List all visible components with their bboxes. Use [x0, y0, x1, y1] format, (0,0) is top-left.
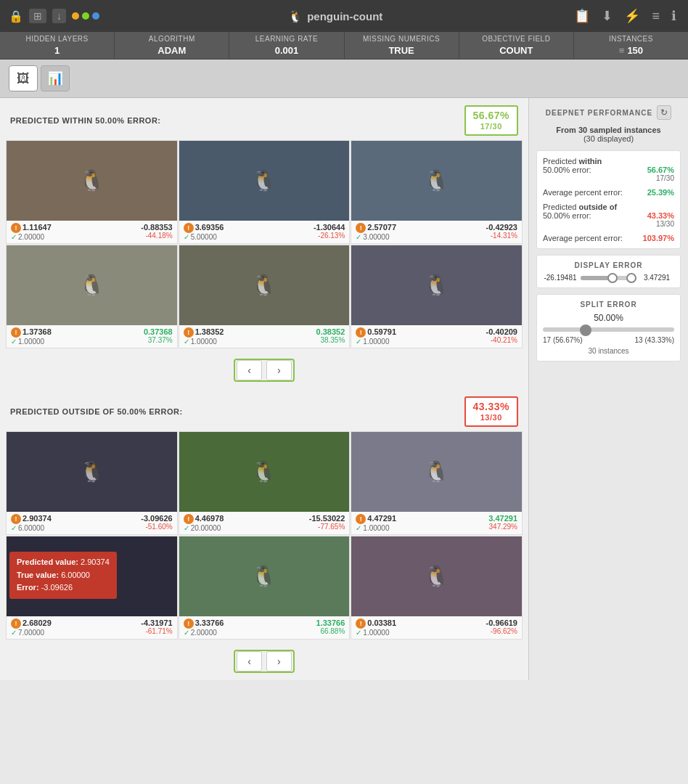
tab-chart[interactable]: 📊 [41, 65, 70, 91]
within-image-3: 🐧 !2.57077 ✓3.00000 -0.42923 -14.31% [351, 140, 523, 244]
tooltip-error-label: Error: -3.09626 [17, 583, 73, 592]
top-bar-right[interactable]: 📋 ⬇ ⚡ ≡ ℹ [571, 7, 679, 25]
within-image-6-thumb: 🐧 [351, 245, 522, 325]
clipboard-icon[interactable]: 📋 [571, 7, 593, 25]
outside-prev-btn[interactable]: ‹ [237, 651, 262, 671]
within-image-4-thumb: 🐧 [7, 245, 177, 325]
instances-icon: ≡ [619, 45, 625, 56]
nav-icon-1[interactable]: ⊞ [29, 9, 46, 23]
within-image-2: 🐧 !3.69356 ✓5.00000 -1.30644 -26.13% [179, 140, 351, 244]
lock-icon: 🔒 [9, 9, 23, 23]
within-image-1-thumb: 🐧 [7, 141, 177, 221]
within-badge: 56.67% 17/30 [464, 105, 518, 136]
nav-icon-2[interactable]: ↓ [52, 9, 66, 23]
download-icon[interactable]: ⬇ [599, 7, 615, 25]
top-bar-center: 🐧 penguin-count [288, 9, 382, 23]
status-dots [72, 12, 99, 20]
slider-max-val: 3.47291 [639, 274, 674, 282]
within-prev-btn[interactable]: ‹ [237, 360, 262, 380]
outside-image-2-footer: !4.46978 ✓20.00000 -15.53022 -77.65% [179, 512, 350, 534]
param-instances: INSTANCES ≡ 150 [574, 32, 688, 59]
display-error-section: DISPLAY ERROR -26.19481 3.47291 [536, 255, 681, 288]
right-panel-title: DEEPNET PERFORMANCE ↻ [536, 105, 681, 120]
outside-image-2: 🐧 !4.46978 ✓20.00000 -15.53022 -77.65% [179, 431, 351, 535]
view-tabs: 🖼 📊 [0, 60, 688, 98]
within-image-3-thumb: 🐧 [351, 141, 522, 221]
param-learning-rate: LEARNING RATE 0.001 [229, 32, 344, 59]
outside-image-5: 🐧 !3.33766 ✓2.00000 1.33766 66.88% [179, 536, 351, 640]
flash-icon[interactable]: ⚡ [621, 7, 643, 25]
top-bar-left: 🔒 ⊞ ↓ [9, 9, 99, 23]
param-objective-field: OBJECTIVE FIELD COUNT [459, 32, 574, 59]
refresh-button[interactable]: ↻ [657, 105, 671, 120]
outside-image-4-footer: !2.68029 ✓7.00000 -4.31971 -61.71% [7, 616, 177, 639]
outside-image-grid: 🐧 !2.90374 ✓6.00000 -3.09626 -51.60% 🐧 [0, 431, 528, 645]
tab-image[interactable]: 🖼 [9, 65, 38, 91]
app-icon: 🐧 [288, 9, 303, 23]
outside-section-label: PREDICTED OUTSIDE OF 50.00% ERROR: [10, 407, 183, 416]
outside-image-3: 🐧 !4.47291 ✓1.00000 3.47291 347.29% [351, 431, 523, 535]
warn-icon-12: ! [356, 618, 366, 629]
sampled-info: From 30 sampled instances (30 displayed) [536, 126, 681, 143]
dot-blue [92, 12, 99, 20]
warn-icon-2: ! [184, 223, 194, 233]
dot-green [82, 12, 89, 20]
outside-image-4: 🐧 Predicted value: 2.90374 True value: 6… [6, 536, 178, 640]
outside-image-5-thumb: 🐧 [179, 536, 350, 616]
outside-image-1-footer: !2.90374 ✓6.00000 -3.09626 -51.60% [7, 512, 177, 534]
warn-icon-3: ! [356, 223, 366, 233]
warn-icon-9: ! [356, 514, 366, 524]
warn-icon-10: ! [11, 618, 21, 629]
within-stat-row: Predicted within50.00% error: 56.67% 17/… [543, 157, 674, 182]
warn-icon-4: ! [11, 327, 21, 338]
split-error-slider[interactable] [543, 327, 674, 332]
within-section-label: PREDICTED WITHIN 50.00% ERROR: [10, 116, 161, 125]
tooltip-pred-label: Predicted value: 2.90374 [17, 558, 110, 566]
warn-icon-6: ! [356, 327, 366, 338]
outside-image-1: 🐧 !2.90374 ✓6.00000 -3.09626 -51.60% [6, 431, 178, 535]
outside-pagination: ‹ › [0, 645, 528, 680]
avg-error-within-row: Average percent error: 25.39% [543, 188, 674, 197]
outside-image-2-thumb: 🐧 [179, 432, 350, 512]
within-next-btn[interactable]: › [266, 360, 292, 380]
params-bar: HIDDEN LAYERS 1 ALGORITHM ADAM LEARNING … [0, 32, 688, 60]
outside-badge: 43.33% 13/30 [464, 396, 518, 427]
outside-image-3-thumb: 🐧 [351, 432, 522, 512]
warn-icon-1: ! [11, 223, 21, 233]
within-image-1: 🐧 !1.11647 ✓2.00000 -0.88353 -44.18% [6, 140, 178, 244]
outside-image-6: 🐧 !0.03381 ✓1.00000 -0.96619 -96.62% [351, 536, 523, 640]
display-error-slider[interactable] [581, 276, 636, 280]
within-image-6: 🐧 !0.59791 ✓1.00000 -0.40209 -40.21% [351, 245, 523, 348]
performance-stats: Predicted within50.00% error: 56.67% 17/… [536, 150, 681, 249]
within-image-3-footer: !2.57077 ✓3.00000 -0.42923 -14.31% [351, 221, 522, 243]
within-image-grid: 🐧 !1.11647 ✓2.00000 -0.88353 -44.18% 🐧 [0, 140, 528, 354]
warn-icon-5: ! [184, 327, 194, 338]
outside-image-6-thumb: 🐧 [351, 536, 522, 616]
outside-image-3-footer: !4.47291 ✓1.00000 3.47291 347.29% [351, 512, 522, 534]
slider-min-val: -26.19481 [543, 274, 578, 282]
within-pagination: ‹ › [0, 354, 528, 389]
center-panel: PREDICTED WITHIN 50.00% ERROR: 56.67% 17… [0, 98, 528, 680]
tooltip-card: Predicted value: 2.90374 True value: 6.0… [9, 552, 117, 599]
config-icon[interactable]: ≡ [649, 7, 663, 25]
avg-error-outside-row: Average percent error: 103.97% [543, 234, 674, 242]
within-image-2-footer: !3.69356 ✓5.00000 -1.30644 -26.13% [179, 221, 350, 243]
param-algorithm: ALGORITHM ADAM [115, 32, 229, 59]
within-image-4: 🐧 !1.37368 ✓1.00000 0.37368 37.37% [6, 245, 178, 348]
outside-section-header: PREDICTED OUTSIDE OF 50.00% ERROR: 43.33… [0, 389, 528, 431]
info-icon[interactable]: ℹ [668, 7, 679, 25]
tooltip-true-label: True value: 6.00000 [17, 571, 90, 579]
within-image-5: 🐧 !1.38352 ✓1.00000 0.38352 38.35% [179, 245, 351, 348]
within-image-5-footer: !1.38352 ✓1.00000 0.38352 38.35% [179, 325, 350, 348]
outside-image-1-thumb: 🐧 [7, 432, 177, 512]
split-labels: 17 (56.67%) 13 (43.33%) [543, 336, 674, 344]
outside-next-btn[interactable]: › [266, 651, 292, 671]
top-bar: 🔒 ⊞ ↓ 🐧 penguin-count 📋 ⬇ ⚡ ≡ ℹ [0, 0, 688, 32]
outside-stat-row: Predicted outside of50.00% error: 43.33%… [543, 203, 674, 228]
within-image-5-thumb: 🐧 [179, 245, 350, 325]
warn-icon-8: ! [184, 514, 194, 524]
param-hidden-layers: HIDDEN LAYERS 1 [0, 32, 115, 59]
warn-icon-7: ! [11, 514, 21, 524]
within-image-6-footer: !0.59791 ✓1.00000 -0.40209 -40.21% [351, 325, 522, 348]
within-image-2-thumb: 🐧 [179, 141, 350, 221]
